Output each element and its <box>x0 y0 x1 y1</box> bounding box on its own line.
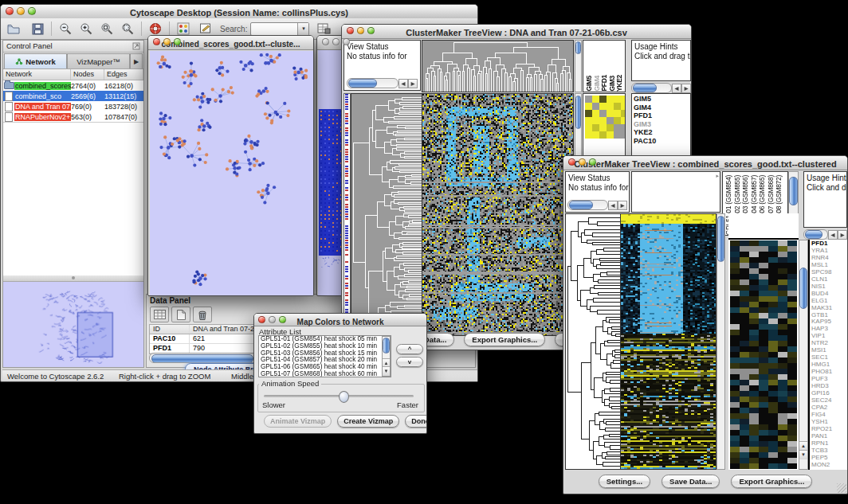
move-down-button[interactable]: v <box>396 357 423 367</box>
search-dropdown-arrow[interactable]: ▾ <box>297 23 308 35</box>
save-icon[interactable] <box>29 21 45 37</box>
scroll-down-icon[interactable]: ▼ <box>383 366 390 376</box>
minimize-button[interactable] <box>579 158 586 166</box>
matrix-cell[interactable] <box>599 117 607 124</box>
close-button[interactable] <box>322 38 329 45</box>
zoom-window-button[interactable] <box>279 316 286 323</box>
matrix-cell[interactable] <box>621 131 626 139</box>
tv2-gene-list-vscrollbar[interactable]: ▲ ▼ <box>799 240 808 470</box>
matrix-cell[interactable] <box>614 117 621 124</box>
matrix-cell[interactable] <box>592 110 599 117</box>
matrix-cell[interactable] <box>599 124 607 131</box>
zoom-fit-icon[interactable] <box>120 21 135 37</box>
tv2-view-status-hscrollbar[interactable]: ◀▶ <box>567 200 627 210</box>
zoom-window-button[interactable] <box>28 7 36 15</box>
main-titlebar[interactable]: Cytoscape Desktop (Session Name: collins… <box>1 5 477 19</box>
matrix-cell[interactable] <box>614 103 621 110</box>
tv2-global-heatmap[interactable] <box>620 213 716 470</box>
matrix-cell[interactable] <box>621 124 626 131</box>
matrix-cell[interactable] <box>607 117 614 124</box>
tv1-zoom-matrix[interactable] <box>585 96 626 139</box>
settings-button[interactable]: Settings... <box>599 475 650 488</box>
create-vizmap-button[interactable]: Create Vizmap <box>337 415 399 428</box>
dialog-titlebar[interactable]: Map Colors to Network <box>254 314 426 326</box>
matrix-cell[interactable] <box>607 131 614 139</box>
tv1-row-dendrogram[interactable] <box>351 93 423 336</box>
minimize-button[interactable] <box>163 38 171 45</box>
matrix-cell[interactable] <box>585 124 592 131</box>
network-row[interactable]: RNAPuberNov2+563(0)107847(0) <box>3 111 143 122</box>
matrix-cell[interactable] <box>614 110 621 117</box>
attribute-list-item[interactable]: GPL51-07 (GSM868) heat shock 60 min <box>259 371 391 377</box>
open-folder-icon[interactable] <box>6 21 22 37</box>
matrix-cell[interactable] <box>585 103 592 110</box>
zoom-selected-icon[interactable] <box>99 21 115 37</box>
tv2-titlebar[interactable]: ClusterMaker TreeView : combined_scores_… <box>563 156 847 170</box>
delete-attribute-icon[interactable] <box>193 307 212 322</box>
matrix-cell[interactable] <box>614 131 621 139</box>
network-row[interactable]: DNA and Tran 07769(0)183728(0) <box>3 101 143 111</box>
matrix-cell[interactable] <box>621 110 626 117</box>
network-birdseye-view[interactable] <box>3 281 143 367</box>
zoom-window-button[interactable] <box>343 38 350 45</box>
tv2-column-dendrogram-area[interactable]: ▸ <box>631 171 720 213</box>
resize-grip[interactable] <box>837 483 846 493</box>
close-button[interactable] <box>258 316 265 323</box>
animate-vizmap-button[interactable]: Animate Vizmap <box>264 415 332 428</box>
matrix-cell[interactable] <box>599 103 607 110</box>
close-button[interactable] <box>153 38 160 45</box>
network-view-canvas[interactable] <box>150 51 313 295</box>
zoom-window-button[interactable] <box>367 27 375 34</box>
net1-titlebar[interactable]: combined_scores_good.txt--cluste... <box>148 36 313 50</box>
matrix-cell[interactable] <box>614 96 621 103</box>
scroll-right-icon[interactable]: ▶ <box>681 84 691 93</box>
tv1-usage-hscrollbar[interactable]: ◀▶ <box>631 83 691 93</box>
close-button[interactable] <box>6 7 14 15</box>
panel-splitter[interactable] <box>3 275 143 281</box>
zoom-in-icon[interactable] <box>78 21 94 37</box>
animation-speed-slider[interactable] <box>264 395 414 397</box>
scroll-left-icon[interactable]: ◀ <box>608 201 618 210</box>
undock-icon[interactable] <box>132 42 140 50</box>
zoom-window-button[interactable] <box>589 158 596 166</box>
network-table-header[interactable]: Network Nodes Edges <box>3 69 143 80</box>
matrix-cell[interactable] <box>599 96 607 103</box>
attribute-list[interactable]: GPL51-01 (GSM854) heat shock 05 minGPL51… <box>258 335 391 377</box>
zoom-out-icon[interactable] <box>57 21 73 37</box>
tv2-row-dendrogram[interactable] <box>565 213 621 470</box>
matrix-cell[interactable] <box>592 117 599 124</box>
help-lifering-icon[interactable] <box>147 21 163 37</box>
minimize-button[interactable] <box>269 316 276 323</box>
tab-overflow-arrow[interactable]: ▶ <box>130 53 143 68</box>
matrix-cell[interactable] <box>585 96 592 103</box>
tv1-column-dendrogram[interactable] <box>422 40 574 92</box>
scroll-right-icon[interactable]: ▶ <box>408 79 418 88</box>
matrix-cell[interactable] <box>599 131 607 139</box>
matrix-cell[interactable] <box>592 124 599 131</box>
vizmapper-icon[interactable] <box>175 21 191 37</box>
tv1-global-heatmap[interactable] <box>422 93 574 336</box>
matrix-cell[interactable] <box>585 131 592 139</box>
view-status-hscrollbar[interactable]: ◀▶ <box>347 78 418 88</box>
minimize-button[interactable] <box>357 27 364 34</box>
scroll-right-icon[interactable]: ▶ <box>838 230 847 240</box>
attribute-browser-icon[interactable] <box>316 21 332 37</box>
tv2-zoom-view[interactable] <box>728 213 799 470</box>
minimize-button[interactable] <box>332 38 340 45</box>
attribute-table-icon[interactable] <box>150 307 169 322</box>
matrix-cell[interactable] <box>607 103 614 110</box>
annotation-icon[interactable] <box>198 21 214 37</box>
matrix-cell[interactable] <box>585 117 592 124</box>
done-button[interactable]: Done <box>405 415 427 428</box>
minimize-button[interactable] <box>17 7 25 15</box>
save-data-button[interactable]: Save Data... <box>662 475 720 488</box>
tv2-heatmap-vscrollbar[interactable] <box>716 213 725 470</box>
network-row[interactable]: combined_sco2569(6)13112(15) <box>3 91 143 101</box>
close-button[interactable] <box>568 158 575 166</box>
scroll-right-icon[interactable]: ▶ <box>618 201 627 210</box>
matrix-cell[interactable] <box>621 117 626 124</box>
matrix-cell[interactable] <box>621 96 626 103</box>
network-row[interactable]: combined_scores2764(0)16218(0) <box>3 80 143 91</box>
tab-vizmapper[interactable]: VizMapper™ <box>67 53 130 68</box>
scroll-left-icon[interactable]: ◀ <box>398 79 408 88</box>
